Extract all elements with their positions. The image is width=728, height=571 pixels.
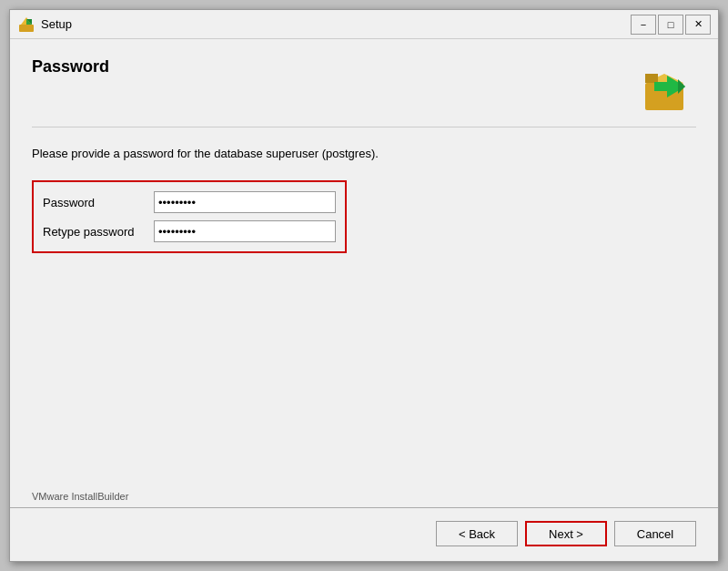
password-row: Password xyxy=(43,191,336,213)
title-bar-icon xyxy=(17,15,35,34)
close-button[interactable]: ✕ xyxy=(685,15,711,35)
footer: VMware InstallBuilder < Back Next > Canc… xyxy=(10,485,718,561)
main-content: Password Please provide a password for t… xyxy=(10,39,718,485)
password-input[interactable] xyxy=(154,191,336,213)
back-button[interactable]: < Back xyxy=(436,521,518,546)
box-icon xyxy=(638,57,696,116)
description-text: Please provide a password for the databa… xyxy=(32,146,696,162)
retype-row: Retype password xyxy=(43,220,336,242)
setup-window: Setup − □ ✕ Password Please p xyxy=(9,9,719,562)
footer-divider xyxy=(10,507,718,508)
next-button[interactable]: Next > xyxy=(525,521,607,546)
footer-buttons: < Back Next > Cancel xyxy=(10,512,718,561)
password-form: Password Retype password xyxy=(32,180,347,253)
title-bar-controls: − □ ✕ xyxy=(631,15,711,35)
cancel-button[interactable]: Cancel xyxy=(614,521,696,546)
content-spacer xyxy=(32,253,696,485)
svg-marker-6 xyxy=(645,74,658,83)
page-title: Password xyxy=(32,57,109,76)
title-bar: Setup − □ ✕ xyxy=(10,10,718,39)
password-label: Password xyxy=(43,196,143,209)
vendor-label: VMware InstallBuilder xyxy=(10,485,718,504)
header-section: Password xyxy=(32,57,696,127)
minimize-button[interactable]: − xyxy=(631,15,656,35)
svg-rect-0 xyxy=(19,25,34,32)
maximize-button[interactable]: □ xyxy=(658,15,683,35)
retype-label: Retype password xyxy=(43,225,143,239)
retype-password-input[interactable] xyxy=(154,220,336,242)
title-bar-title: Setup xyxy=(41,17,631,31)
